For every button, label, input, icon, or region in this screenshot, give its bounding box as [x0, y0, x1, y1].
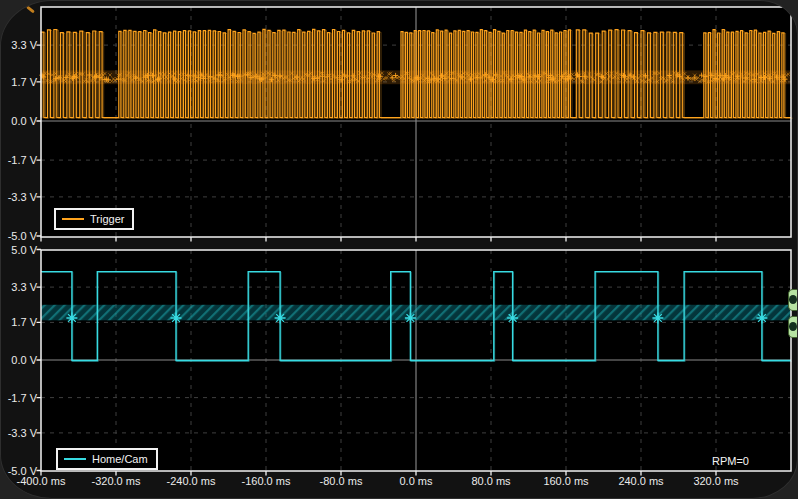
homecam-ytick-0: 5.0 V	[1, 244, 37, 256]
homecam-ytick-2: 1.7 V	[1, 316, 37, 328]
xtick-6: 80.0 ms	[455, 475, 527, 487]
trigger-ytick-3: -1.7 V	[1, 154, 37, 166]
homecam-legend-line-icon	[64, 458, 86, 460]
trigger-ytick-0: 3.3 V	[1, 39, 37, 51]
trigger-ytick-5: -5.0 V	[1, 230, 37, 242]
xtick-0: -400.0 ms	[5, 475, 77, 487]
homecam-ytick-5: -3.3 V	[1, 427, 37, 439]
trigger-legend-line-icon	[62, 218, 84, 220]
trigger-legend[interactable]: Trigger	[54, 208, 134, 230]
waveform-canvas[interactable]	[1, 1, 798, 499]
homecam-ytick-3: 0.0 V	[1, 354, 37, 366]
homecam-ytick-4: -1.7 V	[1, 392, 37, 404]
xtick-9: 320.0 ms	[680, 475, 752, 487]
app-window: 3.3 V1.7 V0.0 V-1.7 V-3.3 V-5.0 V5.0 V3.…	[0, 0, 798, 499]
side-panel-button-top[interactable]	[788, 289, 797, 311]
xtick-5: 0.0 ms	[380, 475, 452, 487]
rpm-readout: RPM=0	[689, 455, 749, 467]
xtick-7: 160.0 ms	[530, 475, 602, 487]
homecam-legend-label: Home/Cam	[92, 454, 148, 465]
xtick-4: -80.0 ms	[305, 475, 377, 487]
side-panel-button-top-icon	[789, 295, 797, 304]
homecam-legend[interactable]: Home/Cam	[56, 448, 158, 470]
corner-cursor-dot	[24, 4, 27, 7]
xtick-3: -160.0 ms	[230, 475, 302, 487]
xtick-1: -320.0 ms	[80, 475, 152, 487]
side-panel-button-bottom-icon	[789, 322, 797, 331]
trigger-ytick-1: 1.7 V	[1, 76, 37, 88]
xtick-8: 240.0 ms	[605, 475, 677, 487]
trigger-ytick-2: 0.0 V	[1, 115, 37, 127]
homecam-ytick-1: 3.3 V	[1, 281, 37, 293]
xtick-2: -240.0 ms	[155, 475, 227, 487]
side-panel-button-bottom[interactable]	[788, 316, 797, 338]
trigger-ytick-4: -3.3 V	[1, 191, 37, 203]
trigger-legend-label: Trigger	[90, 214, 124, 225]
